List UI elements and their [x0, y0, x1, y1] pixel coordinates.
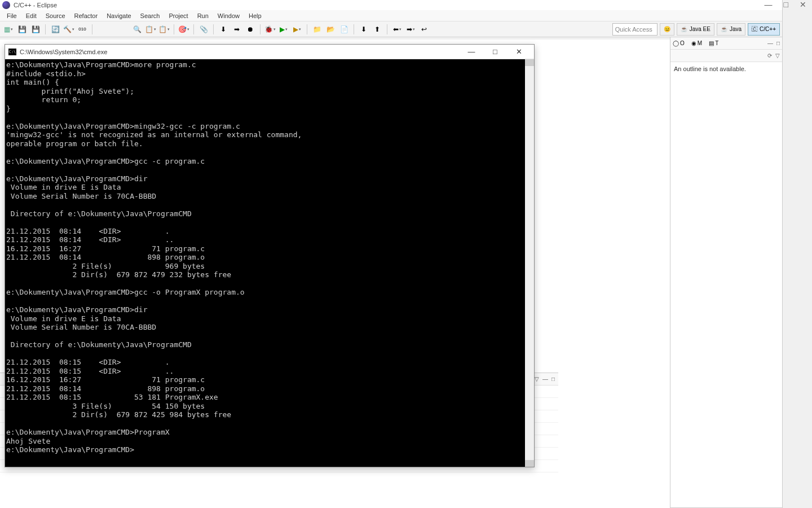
- step-over-button[interactable]: ➡: [231, 23, 243, 36]
- search-button[interactable]: 🔍: [131, 23, 143, 36]
- tab-outline[interactable]: ◯ O: [673, 40, 685, 46]
- cmd-maximize-button[interactable]: □: [483, 45, 507, 59]
- menu-project[interactable]: Project: [164, 11, 192, 20]
- scroll-down-icon[interactable]: [525, 460, 534, 467]
- new-button[interactable]: ▦▾: [2, 23, 15, 36]
- switch-button[interactable]: 🔄: [49, 23, 61, 36]
- menu-bar: File Edit Source Refactor Navigate Searc…: [0, 10, 782, 21]
- cmd-titlebar[interactable]: C:\ C:\Windows\System32\cmd.exe — □ ✕: [5, 45, 534, 59]
- menu-edit[interactable]: Edit: [21, 11, 41, 20]
- nav-last-button[interactable]: ↩: [418, 23, 430, 36]
- maximize-view-icon[interactable]: □: [776, 40, 780, 46]
- menu-help[interactable]: Help: [244, 11, 266, 20]
- save-all-button[interactable]: 💾: [29, 23, 42, 36]
- tab-make[interactable]: ◉ M: [691, 40, 702, 46]
- nav-back-button[interactable]: ⬅▾: [391, 23, 403, 36]
- maximize-view-icon[interactable]: □: [551, 376, 555, 382]
- menu-refactor[interactable]: Refactor: [70, 11, 103, 20]
- nav-forward-button[interactable]: ➡▾: [404, 23, 417, 36]
- menu-run[interactable]: Run: [193, 11, 213, 20]
- minimize-view-icon[interactable]: —: [542, 376, 548, 382]
- cmd-window: C:\ C:\Windows\System32\cmd.exe — □ ✕ e:…: [5, 44, 535, 467]
- eclipse-maximize-button[interactable]: □: [784, 0, 788, 9]
- view-menu-icon[interactable]: ▽: [535, 376, 539, 382]
- open-type-button[interactable]: 📋▾: [144, 23, 157, 36]
- minimize-view-icon[interactable]: —: [767, 40, 773, 46]
- open-task-button[interactable]: 📋▾: [158, 23, 170, 36]
- perspective-java[interactable]: ☕ Java: [717, 23, 745, 36]
- eclipse-icon: [2, 1, 10, 9]
- menu-navigate[interactable]: Navigate: [102, 11, 135, 20]
- step-into-button[interactable]: ⬇: [217, 23, 230, 36]
- cmd-minimize-button[interactable]: —: [460, 45, 483, 59]
- new-file-button[interactable]: 📄: [338, 23, 350, 36]
- annotation-button[interactable]: 📎: [197, 23, 210, 36]
- import-button[interactable]: ⬇: [358, 23, 370, 36]
- cmd-output[interactable]: e:\Dokumenty\Java\ProgramCMD>more progra…: [5, 59, 525, 467]
- cmd-close-button[interactable]: ✕: [507, 45, 531, 59]
- menu-file[interactable]: File: [2, 11, 21, 20]
- cmd-title: C:\Windows\System32\cmd.exe: [20, 49, 107, 55]
- cmd-scrollbar[interactable]: [525, 59, 534, 467]
- cmd-icon: C:\: [8, 49, 16, 55]
- menu-search[interactable]: Search: [136, 11, 165, 20]
- eclipse-close-button[interactable]: ✕: [800, 0, 806, 9]
- view-menu-icon[interactable]: ▽: [775, 52, 780, 59]
- external-tools-button[interactable]: ▶▾: [291, 23, 303, 36]
- build-button[interactable]: 🔨▾: [63, 23, 75, 36]
- collapse-icon[interactable]: ⟳: [767, 52, 772, 59]
- toolbar: ▦▾ 💾 💾 🔄 🔨▾ 010 🔍 📋▾ 📋▾ 🎯▾ 📎 ⬇ ➡ ⏺ 🐞▾ ▶▾…: [0, 21, 782, 37]
- scroll-up-icon[interactable]: [525, 59, 534, 66]
- outline-body: An outline is not available.: [670, 62, 782, 507]
- menu-window[interactable]: Window: [213, 11, 244, 20]
- menu-source[interactable]: Source: [41, 11, 70, 20]
- eclipse-title: C/C++ - Eclipse: [14, 2, 57, 8]
- target-button[interactable]: 🎯▾: [178, 23, 190, 36]
- terminate-button[interactable]: ⏺: [244, 23, 257, 36]
- perspective-javaee[interactable]: ☕ Java EE: [677, 23, 714, 36]
- right-panels: ◯ O ◉ M ▤ T — □ ⟳ ▽ An outline is not av…: [670, 37, 782, 508]
- save-button[interactable]: 💾: [16, 23, 28, 36]
- export-button[interactable]: ⬆: [371, 23, 383, 36]
- new-project-button[interactable]: 📁: [311, 23, 323, 36]
- eclipse-title-bar: C/C++ - Eclipse — □ ✕: [0, 0, 782, 10]
- open-perspective-button[interactable]: 😐: [660, 23, 674, 36]
- debug-button[interactable]: 🐞▾: [264, 23, 276, 36]
- new-folder-button[interactable]: 📂: [324, 23, 337, 36]
- binary-button[interactable]: 010: [76, 23, 89, 36]
- tab-tasklist[interactable]: ▤ T: [709, 40, 718, 46]
- perspective-cpp[interactable]: 🇨 C/C++: [748, 23, 780, 36]
- quick-access[interactable]: Quick Access: [612, 23, 657, 36]
- run-button[interactable]: ▶▾: [277, 23, 290, 36]
- eclipse-minimize-button[interactable]: —: [765, 0, 773, 9]
